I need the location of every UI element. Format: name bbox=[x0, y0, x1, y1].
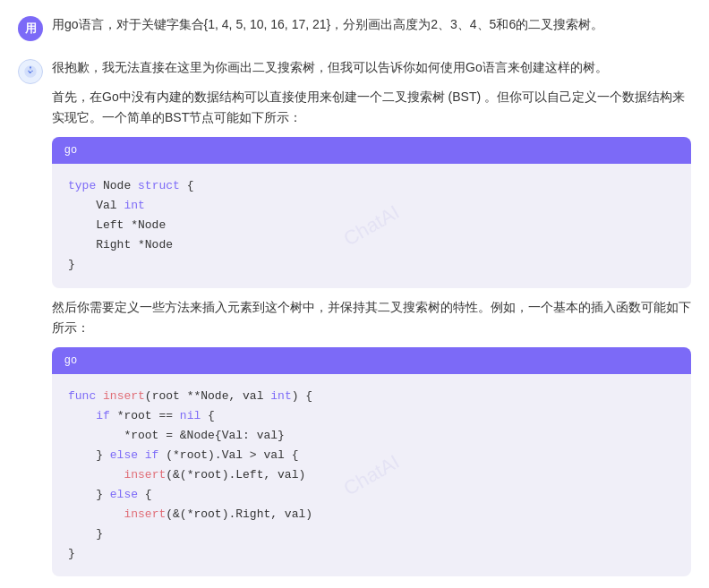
code-block-1: go type Node struct { Val int Left *Node… bbox=[52, 137, 691, 287]
code-block-2: go func insert(root **Node, val int) { i… bbox=[52, 347, 691, 577]
svg-point-0 bbox=[30, 66, 31, 68]
user-message: 用 用go语言，对于关键字集合{1, 4, 5, 10, 16, 17, 21}… bbox=[18, 14, 691, 41]
chat-container: 用 用go语言，对于关键字集合{1, 4, 5, 10, 16, 17, 21}… bbox=[0, 0, 709, 588]
code-header-1: go bbox=[52, 137, 691, 164]
ai-icon bbox=[23, 64, 38, 79]
user-avatar: 用 bbox=[18, 16, 43, 41]
ai-message: 很抱歉，我无法直接在这里为你画出二叉搜索树，但我可以告诉你如何使用Go语言来创建… bbox=[18, 57, 691, 588]
ai-para-2: 首先，在Go中没有内建的数据结构可以直接使用来创建一个二叉搜索树 (BST) 。… bbox=[52, 87, 691, 128]
ai-para-3: 然后你需要定义一些方法来插入元素到这个树中，并保持其二叉搜索树的特性。例如，一个… bbox=[52, 297, 691, 338]
ai-message-content: 很抱歉，我无法直接在这里为你画出二叉搜索树，但我可以告诉你如何使用Go语言来创建… bbox=[52, 57, 691, 588]
code-body-1: type Node struct { Val int Left *Node Ri… bbox=[52, 164, 691, 287]
code-header-2: go bbox=[52, 347, 691, 374]
ai-para-1: 很抱歉，我无法直接在这里为你画出二叉搜索树，但我可以告诉你如何使用Go语言来创建… bbox=[52, 57, 691, 78]
user-message-content: 用go语言，对于关键字集合{1, 4, 5, 10, 16, 17, 21}，分… bbox=[52, 14, 691, 35]
code-body-2: func insert(root **Node, val int) { if *… bbox=[52, 374, 691, 577]
user-text: 用go语言，对于关键字集合{1, 4, 5, 10, 16, 17, 21}，分… bbox=[52, 14, 691, 35]
ai-avatar bbox=[18, 59, 43, 84]
